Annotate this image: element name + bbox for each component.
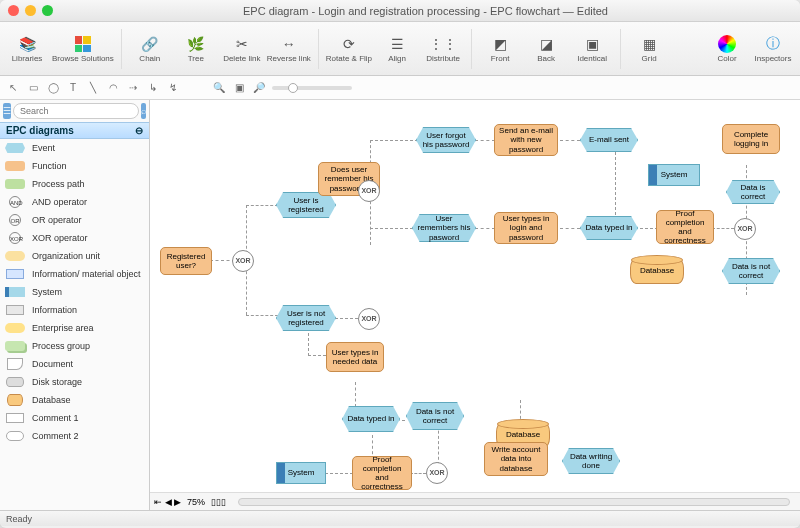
shape-item[interactable]: Enterprise area bbox=[0, 319, 149, 337]
shape-item[interactable]: Organization unit bbox=[0, 247, 149, 265]
shape-item[interactable]: Disk storage bbox=[0, 373, 149, 391]
node-complete-login[interactable]: Complete logging in bbox=[722, 124, 780, 154]
node-send-email[interactable]: Send an e-mail with new password bbox=[494, 124, 558, 156]
delete-link-button[interactable]: ✂Delete link bbox=[221, 25, 263, 73]
node-system-b[interactable]: System bbox=[276, 462, 326, 484]
tool-arrow-icon[interactable]: ↖ bbox=[6, 81, 20, 95]
shape-item[interactable]: Document bbox=[0, 355, 149, 373]
tool-line-icon[interactable]: ╲ bbox=[86, 81, 100, 95]
shape-item[interactable]: Process path bbox=[0, 175, 149, 193]
zoom-window[interactable] bbox=[42, 5, 53, 16]
browse-solutions-button[interactable]: Browse Solutions bbox=[52, 25, 114, 73]
shape-item[interactable]: Database bbox=[0, 391, 149, 409]
window-title: EPC diagram - Login and registration pro… bbox=[59, 5, 792, 17]
chain-button[interactable]: 🔗Chain bbox=[129, 25, 171, 73]
page-nav[interactable]: ⇤ ◀ ▶ bbox=[154, 497, 181, 507]
status-text: Ready bbox=[6, 514, 32, 524]
canvas-footer: ⇤ ◀ ▶ 75% ▯▯▯ bbox=[150, 492, 800, 510]
panel-collapse-icon[interactable]: ⊖ bbox=[135, 125, 143, 136]
node-data-typed-a[interactable]: Data typed in bbox=[580, 216, 638, 240]
shape-list: EventFunctionProcess pathANDAND operator… bbox=[0, 139, 149, 510]
color-button[interactable]: Color bbox=[706, 25, 748, 73]
node-user-forgot[interactable]: User forgot his password bbox=[416, 127, 476, 153]
shape-item[interactable]: Comment 1 bbox=[0, 409, 149, 427]
shapes-sidebar: ☰ ⌕ EPC diagrams⊖ EventFunctionProcess p… bbox=[0, 100, 150, 510]
tree-button[interactable]: 🌿Tree bbox=[175, 25, 217, 73]
node-db-a[interactable]: Database bbox=[630, 258, 684, 284]
shape-item[interactable]: Information bbox=[0, 301, 149, 319]
tool-connector1-icon[interactable]: ⇢ bbox=[126, 81, 140, 95]
diagram-canvas[interactable]: Registered user? XOR User is registered … bbox=[150, 100, 800, 510]
tool-connector2-icon[interactable]: ↳ bbox=[146, 81, 160, 95]
tool-ellipse-icon[interactable]: ◯ bbox=[46, 81, 60, 95]
shape-item[interactable]: Process group bbox=[0, 337, 149, 355]
front-button[interactable]: ◩Front bbox=[479, 25, 521, 73]
tool-zoom-in-icon[interactable]: 🔍 bbox=[212, 81, 226, 95]
node-types-needed[interactable]: User types in needed data bbox=[326, 342, 384, 372]
xor-1[interactable]: XOR bbox=[232, 250, 254, 272]
shape-item[interactable]: Event bbox=[0, 139, 149, 157]
tool-zoom-fit-icon[interactable]: ▣ bbox=[232, 81, 246, 95]
node-proof-b[interactable]: Proof completion and correctness bbox=[352, 456, 412, 490]
main-toolbar: 📚Libraries Browse Solutions 🔗Chain 🌿Tree… bbox=[0, 22, 800, 76]
shape-item[interactable]: Function bbox=[0, 157, 149, 175]
xor-2[interactable]: XOR bbox=[358, 180, 380, 202]
xor-4[interactable]: XOR bbox=[358, 308, 380, 330]
minimize-window[interactable] bbox=[25, 5, 36, 16]
hscrollbar[interactable] bbox=[238, 498, 790, 506]
node-types-login[interactable]: User types in login and password bbox=[494, 212, 558, 244]
inspectors-button[interactable]: ⓘInspectors bbox=[752, 25, 794, 73]
distribute-button[interactable]: ⋮⋮Distribute bbox=[422, 25, 464, 73]
back-button[interactable]: ◪Back bbox=[525, 25, 567, 73]
shape-item[interactable]: ANDAND operator bbox=[0, 193, 149, 211]
panel-header[interactable]: EPC diagrams⊖ bbox=[0, 122, 149, 139]
canvas-area[interactable]: Registered user? XOR User is registered … bbox=[150, 100, 800, 510]
search-menu-icon[interactable]: ☰ bbox=[3, 103, 11, 119]
rotate-flip-button[interactable]: ⟳Rotate & Flip bbox=[326, 25, 372, 73]
tool-connector3-icon[interactable]: ↯ bbox=[166, 81, 180, 95]
window-titlebar: EPC diagram - Login and registration pro… bbox=[0, 0, 800, 22]
node-data-typed-b[interactable]: Data typed in bbox=[342, 406, 400, 432]
tool-arc-icon[interactable]: ◠ bbox=[106, 81, 120, 95]
node-user-remembers[interactable]: User remembers his pasword bbox=[412, 214, 476, 242]
shape-search: ☰ ⌕ bbox=[0, 100, 149, 122]
node-write-account[interactable]: Write account data into database bbox=[484, 442, 548, 476]
shape-toolbar: ↖ ▭ ◯ T ╲ ◠ ⇢ ↳ ↯ 🔍 ▣ 🔎 bbox=[0, 76, 800, 100]
xor-5[interactable]: XOR bbox=[426, 462, 448, 484]
identical-button[interactable]: ▣Identical bbox=[571, 25, 613, 73]
reverse-link-button[interactable]: ↔Reverse link bbox=[267, 25, 311, 73]
search-input[interactable] bbox=[13, 103, 139, 119]
zoom-slider[interactable] bbox=[272, 86, 352, 90]
page-tabs[interactable]: ▯▯▯ bbox=[211, 497, 226, 507]
tool-zoom-out-icon[interactable]: 🔎 bbox=[252, 81, 266, 95]
grid-button[interactable]: ▦Grid bbox=[628, 25, 670, 73]
node-system-a[interactable]: System bbox=[648, 164, 700, 186]
node-proof-a[interactable]: Proof completion and correctness bbox=[656, 210, 714, 244]
libraries-button[interactable]: 📚Libraries bbox=[6, 25, 48, 73]
search-submit-icon[interactable]: ⌕ bbox=[141, 103, 146, 119]
node-registered-user[interactable]: Registered user? bbox=[160, 247, 212, 275]
tool-rect-icon[interactable]: ▭ bbox=[26, 81, 40, 95]
shape-item[interactable]: Comment 2 bbox=[0, 427, 149, 445]
xor-3[interactable]: XOR bbox=[734, 218, 756, 240]
shape-item[interactable]: XORXOR operator bbox=[0, 229, 149, 247]
node-data-correct[interactable]: Data is correct bbox=[726, 180, 780, 204]
tool-text-icon[interactable]: T bbox=[66, 81, 80, 95]
zoom-value[interactable]: 75% bbox=[187, 497, 205, 507]
shape-item[interactable]: OROR operator bbox=[0, 211, 149, 229]
node-data-not-correct-b[interactable]: Data is not correct bbox=[406, 402, 464, 430]
shape-item[interactable]: Information/ material object bbox=[0, 265, 149, 283]
node-data-not-correct-a[interactable]: Data is not correct bbox=[722, 258, 780, 284]
node-user-not-registered[interactable]: User is not registered bbox=[276, 305, 336, 331]
align-button[interactable]: ☰Align bbox=[376, 25, 418, 73]
close-window[interactable] bbox=[8, 5, 19, 16]
shape-item[interactable]: System bbox=[0, 283, 149, 301]
node-data-writing-done[interactable]: Data writing done bbox=[562, 448, 620, 474]
node-email-sent[interactable]: E-mail sent bbox=[580, 128, 638, 152]
status-bar: Ready bbox=[0, 510, 800, 526]
